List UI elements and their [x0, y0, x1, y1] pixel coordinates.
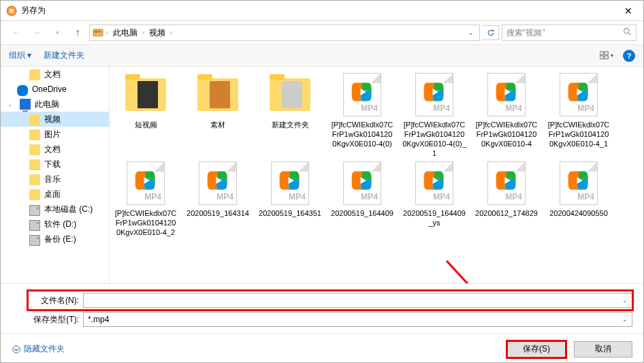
toolbar: 组织 ▾ 新建文件夹 ▾ ? — [1, 45, 643, 67]
sidebar-item-9[interactable]: 本地磁盘 (C:) — [1, 202, 109, 217]
save-button[interactable]: 保存(S) — [507, 341, 566, 358]
address-bar[interactable]: › 此电脑 › 视频 › ⌄ — [89, 25, 480, 41]
search-placeholder: 搜索"视频" — [506, 27, 545, 39]
sidebar-item-4[interactable]: 图片 — [1, 127, 109, 142]
file-item[interactable]: MP4[P]fcCWIEkdlx07CFrP1wGk01041200KgvX0E… — [473, 72, 540, 158]
sidebar-item-2[interactable]: ⌄此电脑 — [1, 97, 109, 112]
file-item[interactable]: MP420200519_164409_ys — [401, 161, 468, 237]
file-item[interactable]: 素材 — [184, 72, 251, 158]
file-name: [P]fcCWIEkdlx07CFrP1wGk01041200KgvX0E010… — [112, 208, 179, 237]
sidebar-label: 桌面 — [44, 189, 61, 200]
file-item[interactable]: MP4[P]fcCWIEkdlx07CFrP1wGk01041200KgvX0E… — [545, 72, 612, 158]
file-item[interactable]: MP420200519_164409 — [329, 161, 396, 237]
hide-folders-link[interactable]: 隐藏文件夹 — [12, 343, 65, 355]
file-name: [P]fcCWIEkdlx07CFrP1wGk01041200KgvX0E010… — [329, 120, 396, 148]
crumb-sep-icon: › — [170, 29, 172, 36]
view-mode-button[interactable]: ▾ — [600, 49, 613, 63]
file-name: 20200519_164351 — [257, 208, 323, 218]
file-item[interactable]: MP42020042409055​0 — [545, 161, 612, 237]
chevron-down-icon — [12, 345, 21, 354]
window-title: 另存为 — [21, 5, 613, 16]
file-item[interactable]: 短视频 — [112, 72, 179, 158]
sidebar-label: 文档 — [44, 144, 61, 155]
filename-row: 文件名(N): ⌄ — [28, 291, 632, 310]
chevron-down-icon[interactable]: ⌄ — [622, 316, 628, 323]
svg-rect-7 — [605, 51, 608, 54]
svg-rect-3 — [98, 31, 101, 33]
svg-line-5 — [628, 33, 630, 35]
sidebar: 文档OneDrive⌄此电脑视频图片文档下载音乐桌面本地磁盘 (C:)软件 (D… — [1, 67, 110, 283]
filename-field[interactable] — [88, 296, 622, 305]
close-button[interactable]: ✕ — [613, 1, 643, 20]
footer-buttons: 隐藏文件夹 保存(S) 取消 — [1, 333, 643, 363]
sidebar-label: 图片 — [44, 129, 61, 140]
file-item[interactable]: MP420200612_174829 — [473, 161, 540, 237]
sidebar-item-8[interactable]: 桌面 — [1, 187, 109, 202]
svg-point-11 — [13, 345, 20, 353]
file-name: [P]fcCWIEkdlx07CFrP1wGk01041200KgvX0E010… — [473, 120, 540, 148]
organize-menu[interactable]: 组织 ▾ — [9, 50, 31, 61]
sidebar-item-0[interactable]: 文档 — [1, 67, 109, 82]
file-name: 2020042409055​0 — [545, 208, 612, 218]
svg-point-4 — [624, 29, 629, 33]
file-item[interactable]: MP4[P]fcCWIEkdlx07CFrP1wGk01041200KgvX0E… — [401, 72, 468, 158]
file-name: 素材 — [184, 120, 251, 129]
file-item[interactable]: MP4[P]fcCWIEkdlx07CFrP1wGk01041200KgvX0E… — [112, 161, 179, 237]
svg-line-10 — [447, 261, 528, 283]
file-name: 20200519_164409 — [329, 208, 396, 218]
sidebar-item-3[interactable]: 视频 — [1, 112, 109, 127]
search-input[interactable]: 搜索"视频" — [502, 25, 637, 41]
file-item[interactable]: MP4[P]fcCWIEkdlx07CFrP1wGk01041200KgvX0E… — [329, 72, 396, 158]
svg-rect-8 — [600, 56, 603, 59]
sidebar-label: 此电脑 — [35, 99, 59, 110]
filetype-select[interactable]: *.mp4 ⌄ — [83, 312, 632, 327]
sidebar-item-5[interactable]: 文档 — [1, 142, 109, 157]
sidebar-item-11[interactable]: 备份 (E:) — [1, 232, 109, 247]
sidebar-label: 视频 — [44, 114, 61, 125]
help-button[interactable]: ? — [623, 50, 635, 62]
crumb-2[interactable]: 视频 — [147, 26, 167, 40]
location-icon — [93, 27, 103, 38]
sidebar-item-1[interactable]: OneDrive — [1, 82, 109, 97]
annotation-arrow — [443, 257, 538, 283]
cancel-button[interactable]: 取消 — [574, 341, 632, 358]
footer-fields: 文件名(N): ⌄ 保存类型(T): *.mp4 ⌄ — [1, 283, 643, 333]
filetype-value: *.mp4 — [88, 315, 109, 324]
crumb-sep-icon: › — [142, 29, 144, 36]
file-content[interactable]: 短视频素材新建文件夹MP4[P]fcCWIEkdlx07CFrP1wGk0104… — [110, 67, 643, 283]
filename-input[interactable]: ⌄ — [83, 293, 632, 308]
back-button[interactable]: ← — [7, 24, 25, 42]
sidebar-label: 文档 — [44, 69, 61, 80]
file-name: 新建文件夹 — [257, 120, 323, 129]
svg-rect-9 — [605, 56, 608, 59]
svg-rect-6 — [600, 51, 603, 54]
sidebar-item-10[interactable]: 软件 (D:) — [1, 217, 109, 232]
new-folder-button[interactable]: 新建文件夹 — [44, 50, 84, 61]
forward-button[interactable]: → — [28, 24, 46, 42]
up-button[interactable]: ↑ — [69, 24, 86, 42]
chevron-down-icon[interactable]: ⌄ — [622, 297, 628, 304]
file-name: 20200519_164314 — [184, 208, 251, 218]
sidebar-item-7[interactable]: 音乐 — [1, 172, 109, 187]
sidebar-label: 软件 (D:) — [44, 219, 76, 230]
crumb-sep-icon: › — [106, 29, 108, 36]
search-icon — [623, 27, 632, 38]
navbar: ← → ▾ ↑ › 此电脑 › 视频 › ⌄ 搜索"视频" — [1, 21, 643, 45]
sidebar-label: 本地磁盘 (C:) — [44, 204, 93, 215]
app-icon — [6, 5, 17, 16]
sidebar-label: OneDrive — [32, 84, 67, 94]
file-name: 20200519_164409_ys — [401, 208, 468, 227]
file-name: 20200612_174829 — [473, 208, 540, 218]
file-item[interactable]: MP420200519_164351 — [257, 161, 323, 237]
recent-dropdown[interactable]: ▾ — [48, 24, 66, 42]
crumb-1[interactable]: 此电脑 — [111, 26, 140, 40]
filename-label: 文件名(N): — [28, 295, 79, 306]
sidebar-label: 下载 — [44, 159, 61, 170]
sidebar-label: 备份 (E:) — [44, 234, 76, 245]
filetype-row: 保存类型(T): *.mp4 ⌄ — [28, 310, 632, 329]
file-item[interactable]: 新建文件夹 — [257, 72, 323, 158]
refresh-button[interactable] — [483, 25, 499, 40]
file-item[interactable]: MP420200519_164314 — [184, 161, 251, 237]
sidebar-item-6[interactable]: 下载 — [1, 157, 109, 172]
address-dropdown[interactable]: ⌄ — [466, 29, 477, 36]
